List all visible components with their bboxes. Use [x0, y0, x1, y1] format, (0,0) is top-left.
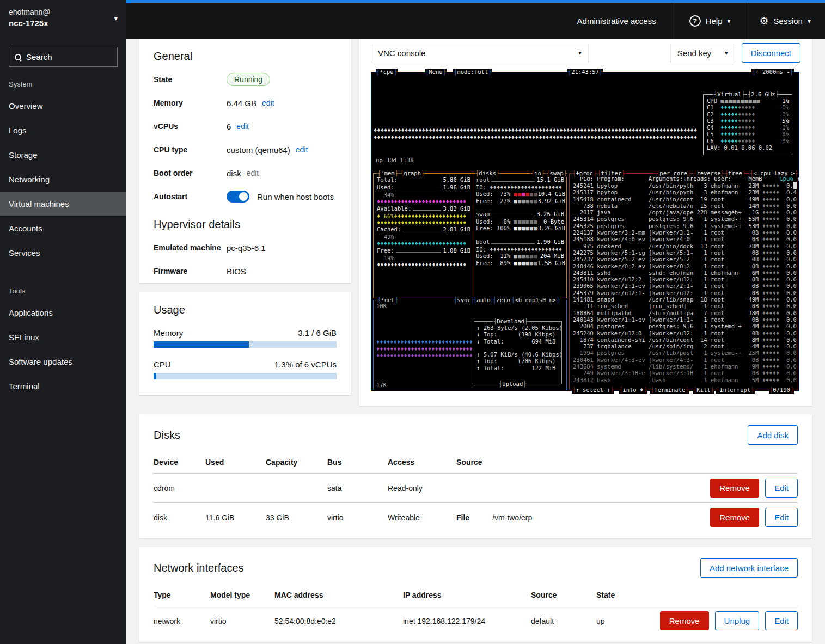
process-row: 245241 bpytop /usr/bin/pyth 3 ehofmann 2…	[573, 182, 793, 189]
process-row: 245317 bpytop /usr/bin/pyth 3 ehofmann 2…	[573, 189, 793, 195]
cpu-usage-label: CPU	[154, 360, 171, 369]
nic-remove-button[interactable]: Remove	[660, 611, 709, 630]
field-label: Firmware	[154, 267, 227, 275]
disk-edit-button[interactable]: Edit	[765, 479, 798, 498]
help-menu[interactable]: ? Help ▾	[675, 3, 745, 39]
column-header: Used	[205, 452, 266, 473]
terminal-box: ┤²mem├┤graph├┤disks├┤io├┤swap├Total:5.80…	[373, 173, 567, 298]
nic-edit-button[interactable]: Edit	[765, 611, 798, 630]
main-content: General State Running Memory6.44 GBeditv…	[126, 39, 825, 644]
field-label: Emulated machine	[154, 243, 227, 252]
sidebar-item-selinux[interactable]: SELinux	[0, 325, 126, 349]
process-row: 230461 kworker/4:3-ev [kworker/4:3- 1 ro…	[573, 357, 793, 363]
disconnect-button[interactable]: Disconnect	[742, 43, 800, 63]
field-label: vCPUs	[154, 122, 227, 131]
terminal-box-label: ┤Download├	[493, 318, 528, 325]
administrative-access-button[interactable]: Administrative access	[559, 3, 675, 39]
search-input[interactable]: Search	[9, 47, 118, 67]
general-row: CPU typecustom (qemu64)edit	[154, 143, 337, 156]
edit-link[interactable]: edit	[296, 145, 308, 154]
process-row: 245237 kworker/5:2-ev [kworker/5:2- 1 ro…	[573, 256, 793, 262]
sidebar-nav: SystemOverviewLogsStorageNetworkingVirtu…	[0, 72, 126, 398]
cell-device: disk	[154, 506, 205, 530]
cell-capacity: 33 GiB	[266, 506, 327, 530]
terminal-box-label: ┤mode:full├	[453, 69, 492, 76]
process-row: 249 kworker/3:1H-e [kworker/3:1H 1 root …	[573, 370, 793, 376]
field-value: pc-q35-6.1	[227, 243, 266, 253]
process-row: 240446 kworker/0:2-ev [kworker/0:2- 1 ro…	[573, 263, 793, 269]
cpu-history-graph: ♦♦♦♦♦♦♦♦♦♦♦♦♦♦♦♦♦♦♦♦♦♦♦♦♦♦♦♦♦♦♦♦♦♦♦♦♦♦♦♦…	[374, 127, 700, 133]
session-label: Session	[774, 16, 803, 26]
sidebar-item-virtual-machines[interactable]: Virtual machines	[0, 192, 126, 216]
terminal-box-label: ┤per-core├	[656, 170, 691, 177]
sidebar-item-logs[interactable]: Logs	[0, 118, 126, 143]
hypervisor-row: Emulated machinepc-q35-6.1	[154, 241, 337, 254]
add-network-interface-button[interactable]: Add network interface	[700, 558, 798, 578]
edit-link[interactable]: edit	[262, 99, 274, 107]
field-value: 6.44 GB	[227, 99, 256, 108]
process-row: 180864 multipathd /sbin/multipa 7 root 1…	[573, 310, 793, 316]
user-menu[interactable]: ehofmann@ ncc-1725x ▾	[0, 0, 126, 39]
memory-usage-value: 3.1 / 6 GiB	[298, 328, 337, 338]
cell-mac: 52:54:00:8d:e0:e2	[274, 609, 403, 633]
terminal-box-label: ┤2.6 GHz├	[747, 91, 779, 98]
vnc-terminal[interactable]: ┤¹cpu├┤Menu├┤mode:full├┤21:43:57├┤+ 2000…	[371, 72, 799, 391]
session-menu[interactable]: ⚙ Session ▾	[745, 3, 825, 39]
sidebar-item-overview[interactable]: Overview	[0, 94, 126, 118]
cell-capacity	[266, 481, 327, 496]
help-icon: ?	[689, 15, 701, 27]
disk-remove-button[interactable]: Remove	[710, 508, 759, 527]
process-row: 738 nebula /etc/nebula/n 15 root 14M ♦♦♦…	[573, 203, 793, 209]
nav-section-label: Tools	[0, 279, 126, 300]
cell-source: File/vm-two/erp	[456, 506, 705, 530]
sidebar: ehofmann@ ncc-1725x ▾ Search SystemOverv…	[0, 0, 126, 644]
terminal-box: ┤♦proc├┤filter├┤per-core├┤reverse├┤tree├…	[569, 173, 798, 390]
field-label: CPU type	[154, 145, 227, 154]
cockpit-app: ehofmann@ ncc-1725x ▾ Search SystemOverv…	[0, 0, 825, 644]
masthead: Administrative access ? Help ▾ ⚙ Session…	[126, 0, 825, 39]
field-label: Boot order	[154, 169, 227, 177]
terminal-box-label: ┤Kill├	[693, 387, 714, 394]
console-type-select[interactable]: VNC console ▾	[371, 44, 589, 62]
host-name: ncc-1725x	[9, 19, 118, 28]
nic-unplug-button[interactable]: Unplug	[715, 611, 760, 630]
sidebar-item-applications[interactable]: Applications	[0, 300, 126, 325]
sidebar-item-terminal[interactable]: Terminal	[0, 374, 126, 398]
edit-link[interactable]: edit	[236, 122, 249, 131]
sidebar-item-accounts[interactable]: Accounts	[0, 216, 126, 241]
cell-access: Writeable	[388, 506, 456, 530]
add-disk-button[interactable]: Add disk	[748, 425, 798, 445]
terminal-box-label: ┤<b enp1s0 n>├	[511, 297, 560, 304]
send-key-dropdown[interactable]: Send key ▾	[670, 44, 735, 62]
table-row: disk11.6 GiB33 GiBvirtioWriteableFile/vm…	[154, 502, 798, 532]
process-row: 1994 postgres /usr/lib/post 1 systemd-+ …	[573, 349, 793, 356]
field-value: custom (qemu64)	[227, 145, 290, 155]
network-graph: ♦♦♦♦♦♦♦♦♦♦♦♦♦♦♦♦♦♦♦♦♦♦♦♦♦♦♦♦	[376, 346, 472, 352]
disk-edit-button[interactable]: Edit	[765, 508, 798, 527]
terminal-box-label: ┤< cpu lazy >├	[749, 170, 799, 177]
terminal-box-label: ┤io├	[530, 170, 545, 177]
console-panel: VNC console ▾ Send key ▾ Disconnect ┤¹cp…	[359, 39, 812, 406]
process-row: 245188 kworker/4:0-ev [kworker/4:0- 1 ro…	[573, 236, 793, 242]
disk-remove-button[interactable]: Remove	[710, 479, 759, 498]
terminal-box-label: ┤³net├	[377, 297, 399, 304]
column-header: Type	[154, 585, 210, 606]
network-graph: ♦♦♦♦♦♦♦♦♦♦♦♦♦♦♦♦♦♦♦♦♦♦♦♦♦♦♦♦	[376, 352, 472, 359]
terminal-box-label: ┤+ 2000ms -├	[751, 69, 794, 76]
terminal-box-label: ┤♦proc├	[572, 170, 597, 177]
usage-panel: Usage Memory 3.1 / 6 GiB CPU 1.3% of 6 v…	[139, 292, 351, 395]
scrollbar-thumb[interactable]	[793, 182, 797, 189]
cell-ip: inet 192.168.122.179/24	[403, 609, 531, 633]
sidebar-item-software-updates[interactable]: Software updates	[0, 349, 126, 374]
process-row: 245379 kworker/u12:1- [kworker/u12: 1 ro…	[573, 290, 793, 296]
process-row: 737 irqbalance /usr/sbin/irq 2 root 4M ♦…	[573, 343, 793, 349]
terminal-box-label: ┤Virtual├	[713, 91, 745, 98]
autostart-toggle[interactable]	[227, 191, 249, 203]
sidebar-item-networking[interactable]: Networking	[0, 167, 126, 192]
edit-link[interactable]: edit	[247, 169, 259, 177]
terminal-box: ┤³net├┤sync├┤auto├┤zero├┤<b enp1s0 n>├10…	[373, 300, 567, 390]
hypervisor-row: FirmwareBIOS	[154, 265, 337, 278]
terminal-box-label: ┤swap├	[546, 170, 567, 177]
sidebar-item-services[interactable]: Services	[0, 241, 126, 265]
sidebar-item-storage[interactable]: Storage	[0, 143, 126, 167]
